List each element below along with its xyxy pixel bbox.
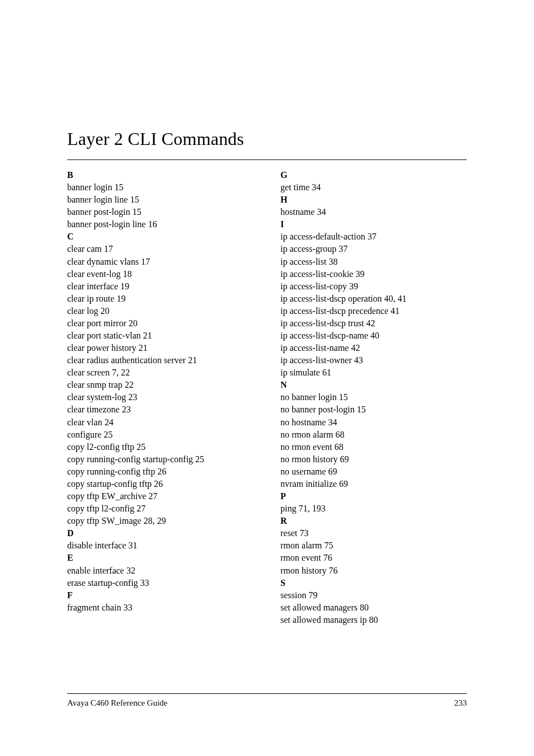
index-entry: clear screen 7, 22 bbox=[67, 367, 254, 379]
index-entry: clear cam 17 bbox=[67, 243, 254, 255]
index-entry: ip access-list 38 bbox=[280, 256, 467, 268]
index-section-head: C bbox=[67, 231, 254, 243]
index-entry: no username 69 bbox=[280, 466, 467, 478]
index-entry: copy l2-config tftp 25 bbox=[67, 441, 254, 453]
index-entry: fragment chain 33 bbox=[67, 602, 254, 614]
index-entry: copy running-config startup-config 25 bbox=[67, 453, 254, 466]
index-column-left: Bbanner login 15banner login line 15bann… bbox=[67, 169, 254, 626]
index-entry: ip access-list-owner 43 bbox=[280, 354, 467, 367]
index-entry: erase startup-config 33 bbox=[67, 577, 254, 589]
index-entry: clear dynamic vlans 17 bbox=[67, 256, 254, 268]
index-entry: no rmon alarm 68 bbox=[280, 429, 467, 441]
index-entry: clear snmp trap 22 bbox=[67, 379, 254, 391]
index-entry: rmon alarm 75 bbox=[280, 539, 467, 552]
index-entry: rmon event 76 bbox=[280, 552, 467, 564]
index-entry: configure 25 bbox=[67, 429, 254, 441]
index-entry: copy tftp EW_archive 27 bbox=[67, 490, 254, 503]
index-section-head: E bbox=[67, 552, 254, 564]
index-entry: hostname 34 bbox=[280, 206, 467, 218]
index-entry: clear interface 19 bbox=[67, 280, 254, 293]
index-section-head: S bbox=[280, 577, 467, 589]
index-entry: disable interface 31 bbox=[67, 539, 254, 552]
index-entry: banner post-login 15 bbox=[67, 206, 254, 218]
index-entry: get time 34 bbox=[280, 181, 467, 194]
index-entry: no hostname 34 bbox=[280, 416, 467, 429]
index-entry: ip access-list-name 42 bbox=[280, 342, 467, 354]
index-entry: copy running-config tftp 26 bbox=[67, 466, 254, 478]
index-entry: session 79 bbox=[280, 589, 467, 602]
index-entry: clear system-log 23 bbox=[67, 391, 254, 403]
title-rule bbox=[67, 159, 467, 160]
index-entry: clear timezone 23 bbox=[67, 403, 254, 416]
index-entry: banner login 15 bbox=[67, 181, 254, 194]
index-entry: no rmon history 69 bbox=[280, 453, 467, 466]
index-entry: banner login line 15 bbox=[67, 194, 254, 206]
page: Layer 2 CLI Commands Bbanner login 15ban… bbox=[0, 0, 534, 756]
index-entry: ping 71, 193 bbox=[280, 503, 467, 515]
index-section-head: I bbox=[280, 218, 467, 231]
index-section-head: R bbox=[280, 515, 467, 527]
index-entry: ip access-list-cookie 39 bbox=[280, 268, 467, 280]
index-section-head: D bbox=[67, 527, 254, 539]
index-entry: nvram initialize 69 bbox=[280, 478, 467, 490]
index-entry: ip access-list-dscp-name 40 bbox=[280, 330, 467, 342]
index-entry: clear power history 21 bbox=[67, 342, 254, 354]
index-entry: no rmon event 68 bbox=[280, 441, 467, 453]
index-entry: ip access-list-dscp trust 42 bbox=[280, 317, 467, 330]
footer-left-text: Avaya C460 Reference Guide bbox=[67, 698, 167, 708]
index-column-right: Gget time 34Hhostname 34Iip access-defau… bbox=[280, 169, 467, 626]
index-entry: ip access-group 37 bbox=[280, 243, 467, 255]
footer-page-number: 233 bbox=[455, 698, 467, 708]
index-entry: set allowed managers ip 80 bbox=[280, 614, 467, 626]
index-columns: Bbanner login 15banner login line 15bann… bbox=[67, 169, 467, 626]
index-entry: ip access-list-dscp precedence 41 bbox=[280, 305, 467, 317]
index-entry: no banner login 15 bbox=[280, 391, 467, 403]
index-section-head: H bbox=[280, 194, 467, 206]
index-entry: clear log 20 bbox=[67, 305, 254, 317]
index-section-head: P bbox=[280, 490, 467, 503]
index-entry: ip simulate 61 bbox=[280, 367, 467, 379]
index-entry: reset 73 bbox=[280, 527, 467, 539]
index-entry: ip access-default-action 37 bbox=[280, 231, 467, 243]
index-entry: clear radius authentication server 21 bbox=[67, 354, 254, 367]
index-entry: no banner post-login 15 bbox=[280, 403, 467, 416]
index-entry: rmon history 76 bbox=[280, 565, 467, 577]
index-entry: copy startup-config tftp 26 bbox=[67, 478, 254, 490]
index-entry: copy tftp SW_image 28, 29 bbox=[67, 515, 254, 527]
index-section-head: G bbox=[280, 169, 467, 181]
index-section-head: F bbox=[67, 589, 254, 602]
index-entry: clear vlan 24 bbox=[67, 416, 254, 429]
index-entry: enable interface 32 bbox=[67, 565, 254, 577]
footer-rule bbox=[67, 693, 467, 694]
index-entry: clear port static-vlan 21 bbox=[67, 330, 254, 342]
index-entry: banner post-login line 16 bbox=[67, 218, 254, 231]
index-entry: clear ip route 19 bbox=[67, 293, 254, 305]
index-section-head: B bbox=[67, 169, 254, 181]
index-entry: copy tftp l2-config 27 bbox=[67, 503, 254, 515]
page-footer: Avaya C460 Reference Guide 233 bbox=[67, 693, 467, 708]
page-title: Layer 2 CLI Commands bbox=[67, 129, 467, 149]
index-entry: set allowed managers 80 bbox=[280, 602, 467, 614]
index-entry: ip access-list-copy 39 bbox=[280, 280, 467, 293]
index-entry: clear event-log 18 bbox=[67, 268, 254, 280]
index-entry: ip access-list-dscp operation 40, 41 bbox=[280, 293, 467, 305]
index-entry: clear port mirror 20 bbox=[67, 317, 254, 330]
index-section-head: N bbox=[280, 379, 467, 391]
footer-row: Avaya C460 Reference Guide 233 bbox=[67, 698, 467, 708]
